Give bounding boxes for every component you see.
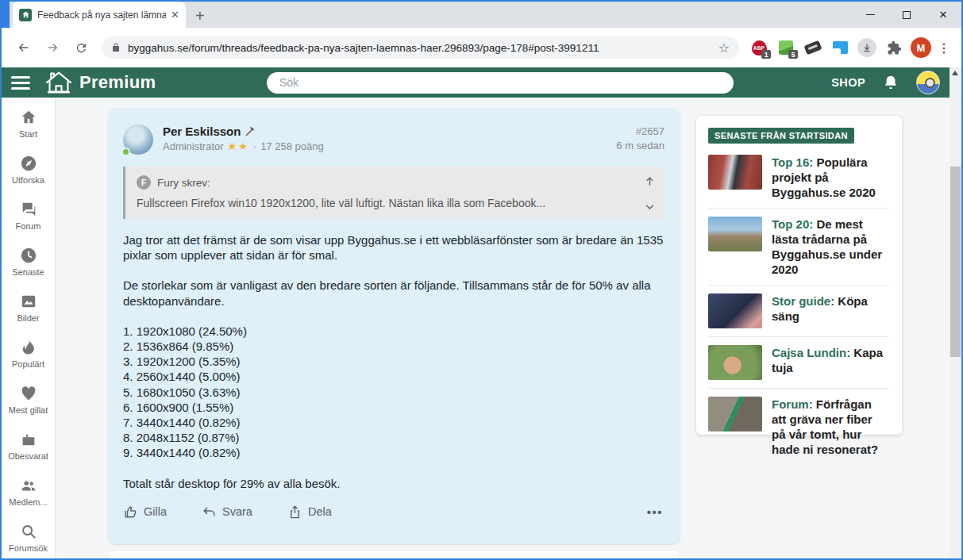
resolution-list-item: 9. 3440x1440 (0.82%) <box>123 445 664 460</box>
news-item-prefix: Top 16: <box>772 155 813 169</box>
news-thumbnail <box>708 155 762 190</box>
pickaxe-icon <box>245 125 256 137</box>
share-icon <box>287 504 302 520</box>
post-number[interactable]: #2657 <box>616 125 664 139</box>
like-button[interactable]: Gilla <box>123 504 167 520</box>
resolution-list-item: 4. 2560x1440 (5.00%) <box>123 369 664 384</box>
news-item[interactable]: Forum: Förfrågan att gräva ner fiber på … <box>708 388 889 465</box>
sidebar-item-populart[interactable]: Populärt <box>2 339 55 385</box>
quote-attribution[interactable]: Fury skrev: <box>157 177 210 189</box>
resolution-list-item: 2. 1536x864 (9.85%) <box>123 339 664 354</box>
news-thumbnail <box>708 397 762 432</box>
green-extension-icon[interactable]: 5 <box>775 36 797 59</box>
image-icon <box>20 293 37 310</box>
hamburger-menu-icon[interactable] <box>11 76 30 90</box>
news-item[interactable]: Stor guide: Köpa säng <box>708 285 889 336</box>
back-icon[interactable] <box>13 36 35 59</box>
page-scrollbar[interactable] <box>950 67 961 558</box>
tab-close-icon[interactable]: ✕ <box>171 9 179 21</box>
sidebar-item-bilder[interactable]: Bilder <box>2 293 55 339</box>
search-input[interactable] <box>267 72 734 94</box>
go-to-quoted-post-icon[interactable] <box>644 175 656 187</box>
reply-button[interactable]: Svara <box>202 504 252 520</box>
forum-post: Per Eskilsson Administrator ★★ · 17 258 … <box>108 108 680 544</box>
expand-quote-icon[interactable] <box>644 201 656 213</box>
scrollbar-up-icon[interactable] <box>952 71 958 75</box>
news-panel: SENASTE FRÅN STARTSIDAN Top 16: Populära… <box>696 116 902 435</box>
author-name[interactable]: Per Eskilsson <box>163 125 241 138</box>
thumbs-up-icon <box>123 504 138 520</box>
sidebar-item-mest-gillat[interactable]: Mest gillat <box>2 385 55 431</box>
post-time[interactable]: 6 m sedan <box>616 139 664 153</box>
news-panel-title: SENASTE FRÅN STARTSIDAN <box>708 128 854 144</box>
close-icon[interactable]: ✕ <box>925 2 961 28</box>
search-icon <box>20 523 37 540</box>
more-options-icon[interactable]: ••• <box>647 505 663 519</box>
sidebar-item-medlemmar[interactable]: Medlem... <box>2 477 55 523</box>
news-item-prefix: Top 20: <box>772 217 813 231</box>
shop-link[interactable]: SHOP <box>831 76 865 89</box>
news-item[interactable]: Cajsa Lundin: Kapa tuja <box>708 336 889 388</box>
adblock-extension-icon[interactable]: ABP 1 <box>748 36 770 59</box>
adblock-badge: 1 <box>761 50 771 59</box>
sidebar-item-forumsok[interactable]: Forumsök <box>2 523 55 560</box>
news-item[interactable]: Top 16: Populära projekt på Byggahus.se … <box>708 147 889 208</box>
brand-name: Premium <box>79 72 156 93</box>
sidebar-item-forum[interactable]: Forum <box>2 201 55 247</box>
extensions-puzzle-icon[interactable] <box>883 36 905 59</box>
browser-tab[interactable]: Feedback på nya sajten lämnas h ✕ <box>13 2 186 28</box>
scrollbar-thumb[interactable] <box>950 167 961 357</box>
tab-strip: Feedback på nya sajten lämnas h ✕ + ✕ <box>2 2 961 28</box>
news-item-prefix: Forum: <box>772 397 813 411</box>
browser-window: Feedback på nya sajten lämnas h ✕ + ✕ by… <box>0 0 963 560</box>
sidebar-item-obesvarat[interactable]: Obesvarat <box>2 431 55 477</box>
author-points: 17 258 poäng <box>260 140 324 152</box>
sidebar-item-senaste[interactable]: Senaste <box>2 247 55 293</box>
window-controls: ✕ <box>852 2 961 28</box>
post-paragraph: Jag tror att det främst är de som visar … <box>123 232 664 263</box>
notification-bell-icon[interactable] <box>883 75 899 90</box>
share-button[interactable]: Dela <box>287 504 332 520</box>
quote-block: F Fury skrev: Fullscreen Firefox win10 1… <box>123 167 665 219</box>
next-post-card <box>108 551 680 558</box>
news-thumbnail <box>708 293 762 328</box>
sidebar-item-utforska[interactable]: Utforska <box>2 155 55 201</box>
author-stars: ★★ <box>228 140 249 152</box>
sidebar-item-start[interactable]: Start <box>2 109 55 155</box>
post-header: Per Eskilsson Administrator ★★ · 17 258 … <box>108 108 680 155</box>
reply-arrow-icon <box>202 504 217 520</box>
resolution-list-item: 5. 1680x1050 (3.63%) <box>123 385 664 400</box>
dark-extension-icon[interactable] <box>802 36 824 59</box>
flame-icon <box>20 339 37 356</box>
resolution-list-item: 8. 2048x1152 (0.87%) <box>123 430 664 445</box>
tab-title: Feedback på nya sajten lämnas h <box>37 10 166 21</box>
resolution-list-item: 1. 1920x1080 (24.50%) <box>123 324 664 339</box>
post-actions: Gilla Svara Dela ••• <box>108 491 680 520</box>
user-avatar[interactable] <box>916 71 940 94</box>
site-logo[interactable]: Premium <box>44 71 156 94</box>
post-body: Jag tror att det främst är de som visar … <box>108 219 680 491</box>
bookmark-star-icon[interactable]: ☆ <box>718 40 730 56</box>
byggahus-house-icon <box>19 9 32 21</box>
forum-icon <box>20 201 37 218</box>
url-text[interactable]: byggahus.se/forum/threads/feedback-pa-ny… <box>128 42 712 54</box>
heart-icon <box>20 385 37 402</box>
download-icon[interactable] <box>856 36 878 59</box>
quote-text: Fullscreen Firefox win10 1920x1200, lite… <box>137 197 637 209</box>
new-tab-icon[interactable]: + <box>195 8 205 24</box>
news-thumbnail <box>708 217 762 251</box>
news-item[interactable]: Top 20: De mest lästa trådarna på Byggah… <box>708 208 889 285</box>
blue-extension-icon[interactable] <box>829 36 851 59</box>
browser-profile-avatar[interactable]: M <box>911 37 931 58</box>
browser-toolbar: byggahus.se/forum/threads/feedback-pa-ny… <box>2 28 961 67</box>
maximize-icon[interactable] <box>888 2 925 28</box>
resolution-list-item: 7. 3440x1440 (0.82%) <box>123 415 664 430</box>
browser-menu-icon[interactable]: ⋮ <box>938 40 950 56</box>
resolution-list-item: 3. 1920x1200 (5.35%) <box>123 354 664 369</box>
reload-icon[interactable] <box>70 36 92 59</box>
address-bar[interactable]: byggahus.se/forum/threads/feedback-pa-ny… <box>102 36 739 59</box>
minimize-icon[interactable] <box>852 2 888 28</box>
news-item-prefix: Cajsa Lundin: <box>772 346 850 359</box>
forward-icon[interactable] <box>41 36 64 59</box>
author-avatar[interactable] <box>123 125 153 155</box>
